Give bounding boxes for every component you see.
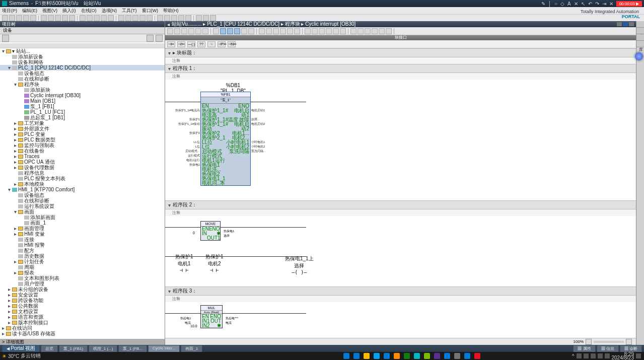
nw1-fb-call[interactable]: %FB1 "泵_1" ENENO热保护1_1#电流高电机启动1热保护1_1#电流… <box>200 92 251 186</box>
tree-item[interactable]: 连接 <box>0 237 165 242</box>
task-card-tab[interactable]: 任务 <box>636 34 644 41</box>
project-tree[interactable]: ▾▾ 站站... 添加新设备 设备和网络▾PLC_1 [CPU 1214C DC… <box>0 42 165 339</box>
favorite-instruction[interactable]: ?? <box>197 41 205 47</box>
toolbar-button[interactable] <box>185 15 191 21</box>
nw3-in2-val[interactable]: 10.0 <box>190 324 197 328</box>
ed-toolbar-button[interactable] <box>312 28 318 34</box>
taskbar-app-icon[interactable] <box>402 352 411 359</box>
tree-item[interactable]: 配方 <box>0 248 165 253</box>
toolbar-button[interactable] <box>147 15 153 21</box>
pin-icon[interactable]: ⇥ <box>602 1 606 7</box>
pin-tag[interactable]: 热保电1 <box>189 163 200 167</box>
menu-item[interactable]: 编辑(E) <box>22 8 37 14</box>
taskbar-app-icon[interactable] <box>443 352 452 359</box>
toolbar-button[interactable] <box>55 15 61 21</box>
pin-tag[interactable]: 电机启动1 <box>251 108 265 113</box>
ed-toolbar-button[interactable] <box>340 28 346 34</box>
tree-item[interactable]: ▾PLC_1 [CPU 1214C DC/DC/DC] <box>0 65 165 70</box>
toolbar-button[interactable] <box>171 15 177 21</box>
tree-item[interactable]: ▸PLC 变量 <box>0 131 165 137</box>
tree-item[interactable]: ▸Traces <box>0 154 165 159</box>
tree-item[interactable]: ▸工艺对象 <box>0 120 165 126</box>
ed-toolbar-button[interactable] <box>241 28 247 34</box>
favorite-instruction[interactable]: ⊣/⊢ <box>177 41 185 47</box>
ed-toolbar-button[interactable] <box>202 28 208 34</box>
toolbar-button[interactable] <box>48 15 54 21</box>
tree-item[interactable]: 周期 <box>0 264 165 270</box>
document-tab[interactable]: Cyclic inter... <box>148 345 180 352</box>
block-interface-header[interactable]: 块接口 <box>165 35 636 40</box>
block-comment[interactable]: 注释 <box>165 57 636 64</box>
tree-item[interactable]: 在线和诊断 <box>0 198 165 203</box>
network2-canvas[interactable]: MOVE ENENO IN✱ OUT1 0 热保电1 选择 热保护1 电机1⊣ … <box>165 216 636 286</box>
toolbar-button[interactable] <box>2 15 8 21</box>
inspector-tab[interactable]: ☰ 信息 <box>597 345 619 352</box>
tree-item[interactable]: ▸计划任务 <box>0 259 165 264</box>
taskbar-app-icon[interactable] <box>422 352 432 359</box>
tree-item[interactable]: 总起泵_1 [DB1] <box>0 115 165 120</box>
tree-item[interactable]: 程序信息 <box>0 170 165 176</box>
taskbar-app-icon[interactable] <box>412 352 421 359</box>
circle-icon[interactable]: ○ <box>554 1 557 7</box>
ed-toolbar-button[interactable] <box>220 28 226 34</box>
nw2-contact2[interactable]: 热保护1 电机2⊣ ⊢ <box>205 247 224 279</box>
nw2-move-block[interactable]: MOVE ENENO IN✱ OUT1 <box>200 221 221 241</box>
nw3-in1-tag[interactable]: 热起电1 电流 <box>180 316 191 325</box>
network1-header[interactable]: ▾ 程序段 1： <box>165 64 636 73</box>
tree-item[interactable]: ▸公共数据 <box>0 303 165 309</box>
document-tab[interactable]: 画面_1 <box>181 345 202 352</box>
document-tab[interactable]: 线控_1 (...) <box>89 345 117 352</box>
pin-tag[interactable]: L位 <box>195 145 200 149</box>
tree-item[interactable]: ▸跨设备功能 <box>0 298 165 303</box>
toolbar-button[interactable] <box>210 15 216 21</box>
menu-item[interactable]: 插入(I) <box>62 8 76 14</box>
toolbar-button[interactable] <box>94 15 100 21</box>
tree-item[interactable]: ▸设备代理数据 <box>0 165 165 170</box>
tree-item[interactable]: 画面_1 <box>0 220 165 226</box>
ed-toolbar-button[interactable] <box>357 28 364 34</box>
toolbar-button[interactable] <box>125 15 131 21</box>
notifications-icon[interactable] <box>636 353 641 358</box>
tree-item[interactable]: HMI 报警 <box>0 242 165 248</box>
tree-item[interactable]: 添加新设备 <box>0 54 165 59</box>
toolbar-button[interactable] <box>69 15 75 21</box>
toolbar-button[interactable] <box>196 15 202 21</box>
ed-toolbar-button[interactable] <box>386 28 392 34</box>
pin-tag[interactable]: 热保护1 <box>189 117 200 122</box>
toolbar-button[interactable] <box>62 15 68 21</box>
ed-toolbar-button[interactable] <box>280 28 286 34</box>
tray-icon[interactable] <box>577 353 582 358</box>
editor-close-icon[interactable] <box>629 22 634 26</box>
tree-item[interactable]: 添加新块 <box>0 87 165 93</box>
text-icon[interactable]: A <box>567 1 571 7</box>
tree-item[interactable]: ▸本地模块 <box>0 181 165 187</box>
tree-item[interactable]: 设备和网络 <box>0 59 165 65</box>
toolbar-button[interactable] <box>87 15 93 21</box>
menu-item[interactable]: 在线(O) <box>81 8 97 14</box>
menu-item[interactable]: 帮助(H) <box>163 8 179 14</box>
tree-item[interactable]: ▸文档设置 <box>0 309 165 314</box>
tree-expand-icon[interactable] <box>156 35 163 42</box>
toolbar-button[interactable] <box>178 15 184 21</box>
close-anno-icon[interactable]: ✕ <box>609 1 613 7</box>
tree-item[interactable]: ▸OPC UA 通信 <box>0 159 165 165</box>
redo-icon[interactable]: ↷ <box>595 1 599 7</box>
tray-wifi-icon[interactable] <box>591 353 596 358</box>
tray-volume-icon[interactable] <box>598 353 603 358</box>
pin-tag[interactable]: 小时电机2 <box>251 145 265 149</box>
editor-maximize-icon[interactable] <box>623 22 628 26</box>
crop-icon[interactable]: ✕ <box>574 1 578 7</box>
taskbar-app-icon[interactable] <box>453 352 462 359</box>
block-title-section[interactable]: ▾ ▸ 块标题： <box>165 48 636 57</box>
tree-item[interactable]: ▸读卡器/USB 存储器 <box>0 331 165 336</box>
tray-battery-icon[interactable] <box>605 353 610 358</box>
tree-item[interactable]: 用户管理 <box>0 281 165 286</box>
menu-item[interactable]: 选项(N) <box>102 8 117 14</box>
breadcrumb[interactable]: 站站Vu.......... ▸ PLC_1 [CPU 1214C DC/DC/… <box>172 21 355 28</box>
pin-tag[interactable]: 启动模式... <box>185 149 200 154</box>
tree-toolbar-icon[interactable] <box>2 35 9 42</box>
ed-toolbar-button[interactable] <box>319 28 325 34</box>
toolbar-button[interactable] <box>164 15 170 21</box>
collapse-icon[interactable]: ▾ <box>168 202 171 208</box>
tree-item[interactable]: ▸HMI 变量 <box>0 231 165 237</box>
